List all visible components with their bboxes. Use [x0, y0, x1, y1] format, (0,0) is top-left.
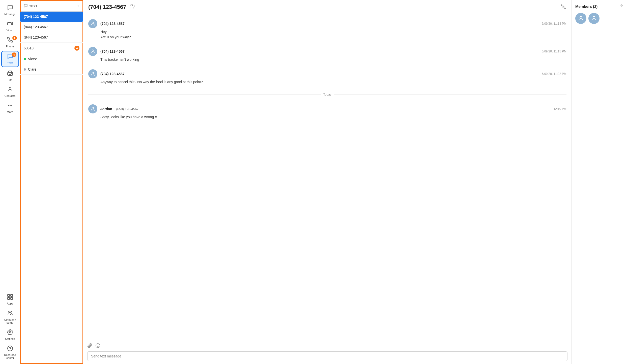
svg-rect-0: [8, 22, 11, 25]
fax-icon: [7, 70, 13, 77]
members-header: Members (2): [575, 4, 623, 9]
nav-label-settings: Settings: [5, 337, 15, 340]
conv-name: Clare: [28, 67, 36, 71]
chat-input-area: [83, 340, 572, 364]
video-icon: [7, 21, 13, 28]
message-header: (704) 123-4567 6/09/20, 11:14 PM: [88, 19, 566, 28]
svg-point-16: [8, 346, 13, 351]
nav-item-more[interactable]: More: [1, 100, 19, 115]
phone-badge: 1: [12, 36, 17, 40]
company-setup-icon: [7, 310, 13, 317]
apps-icon: [7, 294, 13, 301]
nav-label-more: More: [7, 110, 13, 113]
text-chat-icon: [24, 4, 28, 9]
message-sender: (704) 123-4567: [100, 22, 125, 26]
conversation-panel: TEXT + (704) 123-4567 (844) 123-4567 (84…: [20, 0, 83, 364]
more-icon: [7, 102, 13, 109]
nav-label-phone: Phone: [6, 45, 14, 48]
nav-label-apps: Apps: [7, 302, 13, 305]
chat-header-left: (704) 123-4567: [88, 4, 135, 10]
right-panel: Members (2): [572, 0, 627, 364]
message-time: 6/09/20, 11:22 PM: [542, 72, 566, 76]
nav-item-phone[interactable]: 1 Phone: [1, 35, 19, 50]
nav-item-resource-center[interactable]: Resource Center: [1, 343, 19, 361]
message-body: Anyway to cancel this? No way the food i…: [88, 79, 566, 85]
svg-point-5: [9, 87, 11, 89]
avatar: [88, 19, 97, 28]
conversation-list: (704) 123-4567 (844) 123-4567 (844) 123-…: [20, 12, 83, 364]
message-time: 6/09/20, 11:15 PM: [542, 50, 566, 53]
nav-item-message[interactable]: Message: [1, 3, 19, 18]
nav-item-video[interactable]: Video: [1, 19, 19, 34]
nav-item-contacts[interactable]: Contacts: [1, 84, 19, 99]
svg-point-18: [131, 4, 133, 6]
nav-item-company-setup[interactable]: Company setup: [1, 308, 19, 326]
conv-panel-title: TEXT: [24, 4, 38, 9]
message-group: Jordan (650) 123-4567 12:10 PM Sorry, lo…: [88, 104, 566, 120]
list-item[interactable]: 60618 4: [20, 43, 83, 54]
chat-toolbar: [87, 343, 567, 349]
message-sender: (704) 123-4567: [100, 72, 125, 76]
avatar: [88, 47, 97, 56]
nav-item-text[interactable]: 4 Text: [1, 51, 19, 67]
conv-name: Victor: [28, 57, 37, 61]
settings-icon: [7, 329, 13, 336]
svg-point-21: [92, 22, 94, 24]
svg-point-25: [96, 344, 100, 348]
message-body: This tracker isn't working: [88, 57, 566, 62]
nav-item-settings[interactable]: Settings: [1, 327, 19, 342]
list-item[interactable]: Clare: [20, 64, 83, 75]
main-chat-area: (704) 123-4567: [83, 0, 572, 364]
nav-item-apps[interactable]: Apps: [1, 292, 19, 307]
member-avatar: [575, 13, 586, 24]
phone-icon: [7, 37, 13, 44]
conv-number: 60618: [24, 46, 34, 50]
message-group: (704) 123-4567 6/09/20, 11:15 PM This tr…: [88, 47, 566, 62]
avatar: [88, 69, 97, 78]
svg-point-30: [593, 16, 595, 18]
message-body: Sorry, looks like you have a wrong #.: [88, 114, 566, 120]
message-header: (704) 123-4567 6/09/20, 11:22 PM: [88, 69, 566, 78]
chat-header: (704) 123-4567: [83, 0, 572, 14]
emoji-button[interactable]: [95, 343, 100, 349]
message-phone: (650) 123-4567: [116, 107, 139, 111]
nav-label-message: Message: [4, 13, 16, 16]
nav-label-video: Video: [7, 29, 14, 32]
members-title: Members (2): [575, 4, 597, 9]
nav-item-fax[interactable]: Fax: [1, 68, 19, 83]
attach-button[interactable]: [87, 343, 92, 349]
conv-number: (704) 123-4567: [24, 15, 48, 19]
unread-badge: 4: [74, 46, 79, 51]
date-divider: Today: [88, 93, 566, 96]
message-sender: (704) 123-4567: [100, 49, 125, 53]
message-header: Jordan (650) 123-4567 12:10 PM: [88, 104, 566, 113]
list-item[interactable]: Victor: [20, 54, 83, 64]
resource-center-icon: [7, 345, 13, 352]
add-member-button[interactable]: [130, 4, 135, 10]
svg-rect-9: [8, 294, 10, 296]
nav-label-fax: Fax: [8, 78, 12, 81]
svg-point-7: [10, 105, 11, 106]
message-time: 6/09/20, 11:14 PM: [542, 22, 566, 25]
call-button[interactable]: [561, 4, 566, 10]
svg-rect-11: [8, 297, 10, 299]
svg-rect-10: [11, 294, 13, 296]
expand-members-button[interactable]: [619, 4, 623, 9]
chat-body: (704) 123-4567 6/09/20, 11:14 PM Hey,Are…: [83, 14, 572, 340]
text-badge: 4: [12, 52, 16, 57]
message-sender: Jordan: [100, 107, 112, 111]
message-time: 12:10 PM: [554, 107, 566, 111]
member-avatar: [588, 13, 600, 24]
list-item[interactable]: (844) 123-4567: [20, 22, 83, 32]
divider-label: Today: [323, 93, 331, 96]
message-input[interactable]: [87, 351, 567, 361]
add-conversation-button[interactable]: +: [77, 4, 79, 9]
svg-point-8: [11, 105, 12, 106]
chat-title: (704) 123-4567: [88, 4, 126, 10]
status-dot-online: [24, 58, 26, 60]
message-group: (704) 123-4567 6/09/20, 11:22 PM Anyway …: [88, 69, 566, 85]
list-item[interactable]: (844) 123-4567: [20, 32, 83, 43]
svg-point-23: [92, 72, 94, 74]
conv-number: (844) 123-4567: [24, 35, 48, 39]
list-item[interactable]: (704) 123-4567: [20, 12, 83, 22]
